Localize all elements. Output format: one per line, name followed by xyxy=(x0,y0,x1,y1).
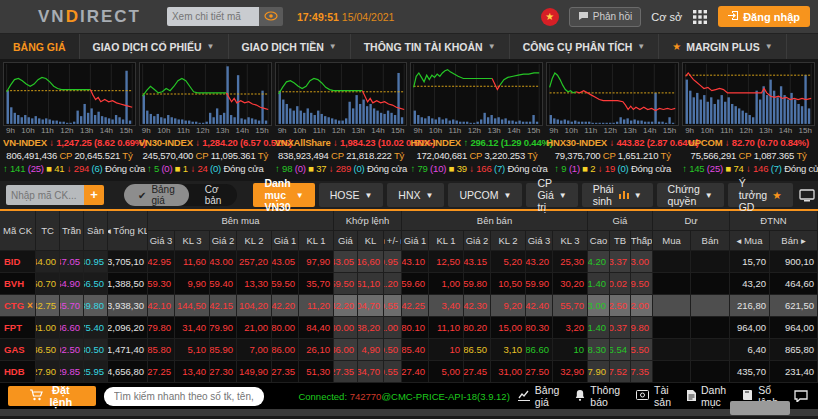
index-chart-vn-index xyxy=(3,62,136,126)
menu-item-5[interactable]: CÔNG CỤ PHÂN TÍCH▼ xyxy=(510,34,660,59)
table-row-fpt[interactable]: FPT81.0086.6075.402,096,2079.8031,4079.9… xyxy=(0,317,818,339)
view-button[interactable] xyxy=(259,7,283,26)
cell: 43.10 xyxy=(402,251,429,273)
ticker-cell[interactable]: BVH xyxy=(0,273,36,295)
table-header: Mã CKTCTrầnSàn◂ Tổng KLBên muaKhớp lệnhB… xyxy=(0,211,818,251)
tab-hnx[interactable]: HNX▼ xyxy=(387,183,444,207)
index-volume-line: 245,570,400 CP 11,095.361 Tỷ xyxy=(139,149,272,162)
cell: 12,50 xyxy=(429,251,464,273)
sub-header-8[interactable]: KL xyxy=(358,231,384,251)
cell: 31,00 xyxy=(491,361,526,383)
cell: 43.05 xyxy=(334,251,358,273)
col-header-5[interactable]: ◂ Tổng KL xyxy=(108,211,148,251)
ticker-cell[interactable]: HDB xyxy=(0,361,36,383)
chevron-down-icon: ▼ xyxy=(705,191,713,200)
chat-icon[interactable] xyxy=(794,390,808,402)
sub-header-6[interactable]: KL 1 xyxy=(299,231,334,251)
col-header-1[interactable]: Mã CK xyxy=(0,211,36,251)
col-header-3[interactable]: Trần xyxy=(60,211,84,251)
cell: 13,40 xyxy=(175,361,210,383)
apps-grid-icon[interactable] xyxy=(692,9,708,25)
sub-header-12[interactable]: Giá 2 xyxy=(464,231,491,251)
sub-header-3[interactable]: Giá 2 xyxy=(210,231,237,251)
tab-ý-tưởng-gd[interactable]: Ý tưởng GD★ xyxy=(728,183,793,207)
bar-chart-icon xyxy=(619,189,629,201)
quick-search-input[interactable] xyxy=(104,387,265,406)
sub-header-2[interactable]: KL 3 xyxy=(175,231,210,251)
sub-header-7[interactable]: Giá xyxy=(334,231,358,251)
cell: 27.90 xyxy=(36,361,60,383)
sub-header-5[interactable]: Giá 1 xyxy=(272,231,299,251)
table-row-bvh[interactable]: BVH60.7064.9056.501,388,5059.309,9059.40… xyxy=(0,273,818,295)
sub-header-19[interactable]: Mua xyxy=(653,231,691,251)
sub-header-16[interactable]: Cao xyxy=(588,231,610,251)
ticker-detail-input[interactable] xyxy=(167,7,259,26)
cell: 149,90 xyxy=(237,361,272,383)
tab-chứng-quyền[interactable]: Chứng quyền▼ xyxy=(657,183,724,207)
login-button[interactable]: Đăng nhập xyxy=(718,6,810,27)
add-ticker-input[interactable] xyxy=(6,185,84,205)
ticker-cell[interactable]: BID xyxy=(0,251,36,273)
cell: 84,40 xyxy=(299,317,334,339)
tab-hose[interactable]: HOSE▼ xyxy=(319,183,384,207)
sub-header-18[interactable]: Thấp xyxy=(631,231,653,251)
menu-item-3[interactable]: GIAO DỊCH TIỀN▼ xyxy=(229,34,351,59)
ticker-cell[interactable]: GAS xyxy=(0,339,36,361)
cell: 42.30 xyxy=(464,295,491,317)
table-row-bid[interactable]: BID44.0047.0540.953,705,1042.9511,6043.0… xyxy=(0,251,818,273)
cell: 42.10 xyxy=(148,295,175,317)
sub-header-15[interactable]: KL 3 xyxy=(553,231,588,251)
language-flag-icon[interactable]: ★ xyxy=(541,8,559,26)
index-cap: 1,087.365 xyxy=(754,150,794,161)
board-mode-toggle[interactable]: ✔Bảng giá Cơ bản xyxy=(124,184,237,206)
monitor-icon[interactable] xyxy=(799,183,815,207)
advancers: 145 xyxy=(689,163,704,174)
cell: 31,40 xyxy=(175,317,210,339)
ticker-cell[interactable]: FPT xyxy=(0,317,36,339)
sub-header-13[interactable]: KL 2 xyxy=(491,231,526,251)
unchanged: 74 xyxy=(733,163,743,174)
table-row-ctg[interactable]: CTG×42.7545.7039.8013,938,3042.10144,504… xyxy=(0,295,818,317)
menu-item-6[interactable]: ★MARGIN PLUS▼ xyxy=(659,34,786,59)
col-header-2[interactable]: TC xyxy=(36,211,60,251)
index-charts-strip: 9h10h11h12h13h14h15hVN-INDEX ↓ 1,247.25 … xyxy=(0,59,818,181)
vndirect-logo[interactable]: VNDIRECT xyxy=(38,7,141,27)
table-row-gas[interactable]: GAS86.5092.5080.501,471,4085.805,1085.90… xyxy=(0,339,818,361)
decliners: 294 xyxy=(74,163,89,174)
sub-header-20[interactable]: Bán xyxy=(691,231,730,251)
cell: 29.85 xyxy=(60,361,84,383)
coso-label[interactable]: Cơ sở xyxy=(651,11,682,23)
corner-widget[interactable] xyxy=(730,401,790,415)
sub-header-9[interactable]: ◂ +/- ▸ xyxy=(384,231,402,251)
sub-header-14[interactable]: Giá 3 xyxy=(526,231,553,251)
cell: 21,00 xyxy=(237,317,272,339)
sub-header-10[interactable]: Giá 1 xyxy=(402,231,429,251)
tab-cp-giá-trị[interactable]: CP Giá trị▼ xyxy=(526,183,577,207)
index-summary-line: VN-INDEX ↓ 1,247.25 (8.62 0.69%) xyxy=(3,136,136,149)
footer-link-danh-mục[interactable]: Danh mục xyxy=(687,384,726,408)
menu-item-4[interactable]: THÔNG TIN TÀI KHOẢN▼ xyxy=(351,34,510,59)
tab-phái-sinh[interactable]: Phái sinh▼ xyxy=(582,183,653,207)
sub-header-21[interactable]: ◂ Mua xyxy=(730,231,770,251)
footer-link-tài-sản[interactable]: Tài sản xyxy=(636,384,671,408)
footer-link-thông-báo[interactable]: Thông báo xyxy=(575,384,620,408)
menu-item-2[interactable]: GIAO DỊCH CỔ PHIẾU▼ xyxy=(80,34,229,59)
tab-danh-mục-vn30[interactable]: Danh mục VN30▼ xyxy=(253,183,314,207)
col-header-4[interactable]: Sàn xyxy=(84,211,108,251)
sub-header-4[interactable]: KL 2 xyxy=(237,231,272,251)
table-row-hdb[interactable]: HDB27.9029.8525.954,656,8027.2513,4027.3… xyxy=(0,361,818,383)
tab-upcom[interactable]: UPCOM▼ xyxy=(448,183,522,207)
sub-header-22[interactable]: Bán ▸ xyxy=(770,231,818,251)
feedback-button[interactable]: Phản hồi xyxy=(569,7,641,27)
ticker-cell[interactable]: CTG× xyxy=(0,295,36,317)
footer-link-bảng-giá[interactable]: Bảng giá xyxy=(518,384,560,408)
menu-item-1[interactable]: BẢNG GIÁ xyxy=(0,34,80,59)
index-volume: 79,375,700 xyxy=(555,150,601,161)
sub-header-17[interactable]: TB xyxy=(610,231,631,251)
add-ticker-button[interactable]: + xyxy=(84,185,104,205)
sub-header-1[interactable]: Giá 3 xyxy=(148,231,175,251)
cell xyxy=(653,273,691,295)
place-order-button[interactable]: Đặt lệnh xyxy=(8,386,96,406)
sub-header-11[interactable]: KL 1 xyxy=(429,231,464,251)
arrow-up-icon: ↑ xyxy=(461,137,468,148)
